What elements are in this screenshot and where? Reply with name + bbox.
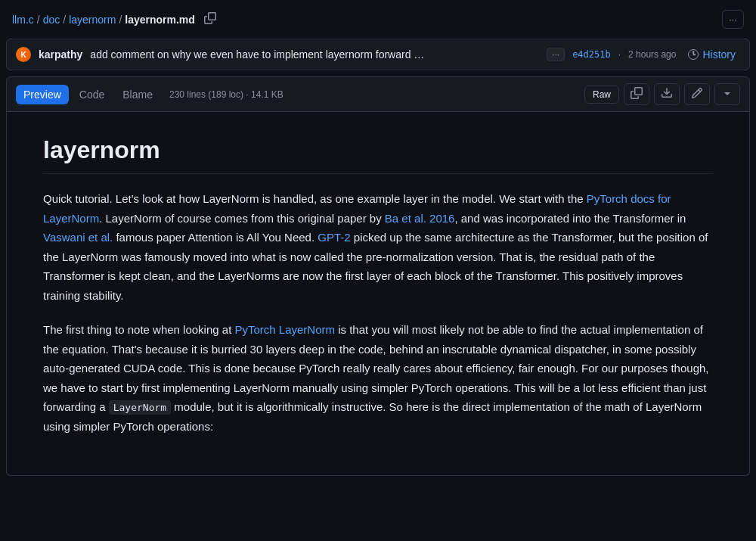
edit-button[interactable] bbox=[684, 83, 710, 105]
breadcrumb-folder1-link[interactable]: doc bbox=[43, 14, 60, 26]
paragraph-1: Quick tutorial. Let's look at how LayerN… bbox=[43, 189, 713, 305]
page-title: layernorm bbox=[43, 136, 713, 174]
paragraph-2-before-link: The first thing to note when looking at bbox=[43, 323, 234, 336]
commit-time: · bbox=[618, 49, 621, 60]
tab-preview[interactable]: Preview bbox=[16, 85, 69, 104]
copy-path-button[interactable] bbox=[201, 9, 219, 30]
history-button[interactable]: History bbox=[683, 45, 740, 64]
link-vaswani[interactable]: Vaswani et al. bbox=[43, 231, 113, 244]
commit-author[interactable]: karpathy bbox=[39, 48, 82, 61]
paragraph-2: The first thing to note when looking at … bbox=[43, 320, 713, 436]
link-pytorch-docs[interactable]: PyTorch docs for LayerNorm bbox=[43, 192, 671, 225]
toolbar-right: Raw bbox=[584, 83, 740, 105]
commit-expand-button[interactable]: ··· bbox=[547, 48, 565, 61]
commit-message: add comment on why we even have to imple… bbox=[90, 48, 539, 61]
clock-icon bbox=[688, 49, 699, 60]
file-meta: 230 lines (189 loc) · 14.1 KB bbox=[169, 89, 581, 100]
file-toolbar: Preview Code Blame 230 lines (189 loc) ·… bbox=[6, 76, 750, 112]
more-options-button[interactable] bbox=[714, 83, 740, 105]
copy-raw-button[interactable] bbox=[624, 83, 649, 105]
raw-button[interactable]: Raw bbox=[584, 86, 619, 104]
content-area: layernorm Quick tutorial. Let's look at … bbox=[6, 112, 750, 476]
options-button[interactable]: ··· bbox=[722, 10, 744, 29]
tab-code[interactable]: Code bbox=[72, 85, 112, 104]
commit-bar: K karpathy add comment on why we even ha… bbox=[6, 39, 750, 70]
breadcrumb: llm.c / doc / layernorm / layernorm.md bbox=[12, 9, 219, 30]
breadcrumb-sep2: / bbox=[63, 14, 66, 26]
avatar: K bbox=[16, 47, 31, 62]
commit-hash: e4d251b bbox=[572, 49, 611, 60]
history-label: History bbox=[702, 48, 736, 61]
link-gpt2[interactable]: GPT-2 bbox=[318, 231, 350, 244]
link-pytorch-layernorm[interactable]: PyTorch LayerNorm bbox=[234, 323, 335, 336]
tab-blame[interactable]: Blame bbox=[115, 85, 160, 104]
breadcrumb-sep3: / bbox=[119, 14, 122, 26]
commit-time-value: 2 hours ago bbox=[628, 49, 676, 60]
breadcrumb-repo-link[interactable]: llm.c bbox=[12, 14, 34, 26]
breadcrumb-bar: llm.c / doc / layernorm / layernorm.md ·… bbox=[0, 0, 756, 39]
breadcrumb-folder2-link[interactable]: layernorm bbox=[69, 14, 116, 26]
breadcrumb-file: layernorm.md bbox=[125, 14, 195, 26]
inline-code-layernorm: LayerNorm bbox=[109, 400, 171, 415]
link-ba[interactable]: Ba et al. 2016 bbox=[385, 212, 455, 225]
download-button[interactable] bbox=[654, 83, 680, 105]
breadcrumb-sep1: / bbox=[37, 14, 40, 26]
